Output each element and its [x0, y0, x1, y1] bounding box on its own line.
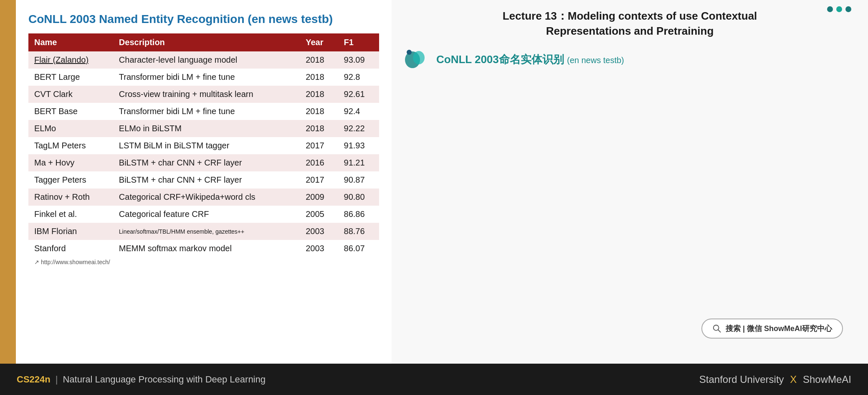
search-icon [712, 324, 721, 333]
cell-description: Transformer bidi LM + fine tune [113, 103, 300, 120]
table-row: Ma + HovyBiLSTM + char CNN + CRF layer20… [28, 154, 379, 171]
course-subtitle: Natural Language Processing with Deep Le… [63, 374, 266, 385]
col-header-description: Description [113, 33, 300, 51]
table-row: Flair (Zalando)Character-level language … [28, 51, 379, 69]
col-header-name: Name [28, 33, 113, 51]
cell-f1: 92.61 [338, 86, 379, 103]
cell-description: BiLSTM + char CNN + CRF layer [113, 171, 300, 189]
cell-f1: 86.07 [338, 240, 379, 257]
cell-name: Ma + Hovy [28, 154, 113, 171]
table-row: ELMoELMo in BiLSTM201892.22 [28, 120, 379, 137]
cell-name: IBM Florian [28, 223, 113, 240]
cell-f1: 91.21 [338, 154, 379, 171]
url-text: ↗ http://www.showmeai.tech/ [28, 259, 379, 265]
cell-description: MEMM softmax markov model [113, 240, 300, 257]
cell-description: Transformer bidi LM + fine tune [113, 69, 300, 86]
showmeai-text: ShowMeAI [803, 374, 851, 385]
cell-year: 2003 [300, 240, 338, 257]
right-panel: Lecture 13：Modeling contexts of use Cont… [392, 0, 868, 364]
dot-2 [836, 6, 842, 12]
cell-name: Ratinov + Roth [28, 189, 113, 206]
dots-decoration [827, 6, 851, 12]
bottom-right: Stanford University X ShowMeAI [699, 374, 851, 385]
cell-name: Finkel et al. [28, 206, 113, 223]
svg-point-1 [413, 51, 425, 64]
cell-f1: 92.8 [338, 69, 379, 86]
cell-year: 2018 [300, 120, 338, 137]
table-row: BERT LargeTransformer bidi LM + fine tun… [28, 69, 379, 86]
cell-year: 2017 [300, 137, 338, 154]
table-title: CoNLL 2003 Named Entity Recognition (en … [28, 13, 379, 26]
cell-year: 2017 [300, 171, 338, 189]
table-row: CVT ClarkCross-view training + multitask… [28, 86, 379, 103]
cell-year: 2005 [300, 206, 338, 223]
x-separator: X [790, 374, 797, 385]
conll-icon [404, 47, 431, 72]
cell-f1: 90.87 [338, 171, 379, 189]
col-header-f1: F1 [338, 33, 379, 51]
table-row: StanfordMEMM softmax markov model200386.… [28, 240, 379, 257]
cell-description: BiLSTM + char CNN + CRF layer [113, 154, 300, 171]
table-row: Ratinov + RothCategorical CRF+Wikipeda+w… [28, 189, 379, 206]
cell-description: Categorical CRF+Wikipeda+word cls [113, 189, 300, 206]
cell-description: Categorical feature CRF [113, 206, 300, 223]
cs224n-brand: CS224n [17, 374, 51, 385]
search-label: 搜索 | 微信 ShowMeAI研究中心 [726, 324, 832, 334]
cell-f1: 93.09 [338, 51, 379, 69]
cell-description: Cross-view training + multitask learn [113, 86, 300, 103]
dot-1 [827, 6, 833, 12]
conll-title-right: CoNLL 2003命名实体识别 (en news testb) [436, 52, 624, 67]
svg-line-4 [718, 330, 721, 332]
cell-f1: 91.93 [338, 137, 379, 154]
stanford-text: Stanford University [699, 374, 784, 385]
cell-description: LSTM BiLM in BiLSTM tagger [113, 137, 300, 154]
cell-year: 2018 [300, 103, 338, 120]
svg-point-3 [714, 325, 719, 331]
cell-name: Stanford [28, 240, 113, 257]
cell-f1: 86.86 [338, 206, 379, 223]
col-header-year: Year [300, 33, 338, 51]
main-content-panel: CoNLL 2003 Named Entity Recognition (en … [16, 0, 392, 364]
search-box[interactable]: 搜索 | 微信 ShowMeAI研究中心 [701, 319, 843, 339]
cell-f1: 92.22 [338, 120, 379, 137]
conll-header-right: CoNLL 2003命名实体识别 (en news testb) [404, 47, 855, 72]
bottom-bar: CS224n | Natural Language Processing wit… [0, 364, 868, 395]
cell-year: 2018 [300, 69, 338, 86]
cell-description: Character-level language model [113, 51, 300, 69]
cell-name: BERT Large [28, 69, 113, 86]
cell-name: Tagger Peters [28, 171, 113, 189]
separator: | [56, 374, 58, 385]
cell-year: 2016 [300, 154, 338, 171]
cell-description: Linear/softmax/TBL/HMM ensemble, gazette… [113, 223, 300, 240]
bottom-left: CS224n | Natural Language Processing wit… [17, 374, 266, 385]
table-row: TagLM PetersLSTM BiLM in BiLSTM tagger20… [28, 137, 379, 154]
lecture-title: Lecture 13：Modeling contexts of use Cont… [404, 8, 855, 39]
cell-description: ELMo in BiLSTM [113, 120, 300, 137]
cell-f1: 92.4 [338, 103, 379, 120]
left-accent-bar [0, 0, 16, 364]
cell-year: 2018 [300, 51, 338, 69]
cell-name: ELMo [28, 120, 113, 137]
ner-table: Name Description Year F1 Flair (Zalando)… [28, 33, 379, 257]
cell-year: 2018 [300, 86, 338, 103]
cursor-icon: ↗ [34, 259, 39, 265]
table-row: Finkel et al.Categorical feature CRF2005… [28, 206, 379, 223]
cell-f1: 90.80 [338, 189, 379, 206]
cell-name: CVT Clark [28, 86, 113, 103]
svg-point-2 [407, 50, 412, 55]
cell-name: BERT Base [28, 103, 113, 120]
table-row: BERT BaseTransformer bidi LM + fine tune… [28, 103, 379, 120]
table-row: IBM FlorianLinear/softmax/TBL/HMM ensemb… [28, 223, 379, 240]
dot-3 [845, 6, 851, 12]
table-row: Tagger PetersBiLSTM + char CNN + CRF lay… [28, 171, 379, 189]
cell-year: 2009 [300, 189, 338, 206]
table-header-row: Name Description Year F1 [28, 33, 379, 51]
cell-f1: 88.76 [338, 223, 379, 240]
cell-year: 2003 [300, 223, 338, 240]
cell-name: TagLM Peters [28, 137, 113, 154]
cell-name: Flair (Zalando) [28, 51, 113, 69]
